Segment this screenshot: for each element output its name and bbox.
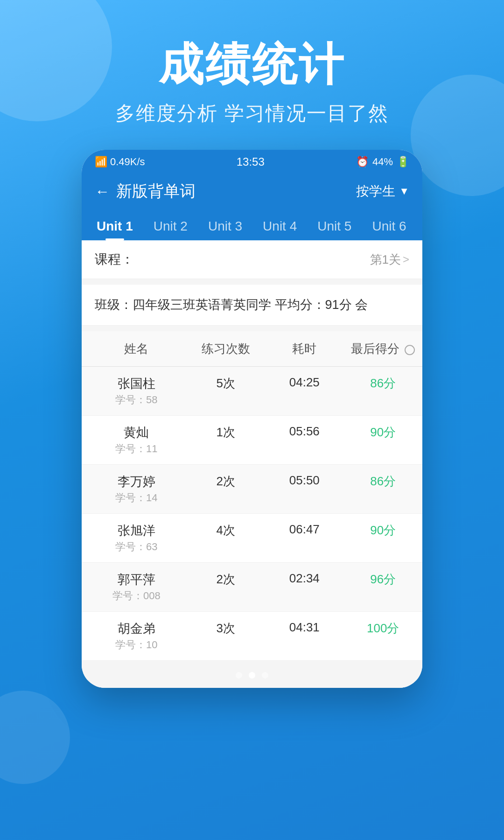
header-area: 成绩统计 多维度分析 学习情况一目了然 bbox=[0, 0, 504, 126]
student-name: 张旭洋 bbox=[118, 522, 155, 539]
sub-title: 多维度分析 学习情况一目了然 bbox=[0, 100, 504, 126]
class-info-text: 班级：四年级三班英语菁英同学 平均分：91分 会 bbox=[95, 295, 409, 315]
table-header: 姓名 练习次数 耗时 最后得分 bbox=[82, 331, 422, 367]
student-id: 学号：63 bbox=[115, 540, 157, 554]
filter-label: 按学生 bbox=[356, 182, 395, 200]
course-row[interactable]: 课程： 第1关 > bbox=[82, 240, 422, 279]
student-name: 李万婷 bbox=[118, 473, 155, 490]
status-right: ⏰ 44% 🔋 bbox=[356, 156, 409, 168]
student-name-cell: 张旭洋 学号：63 bbox=[82, 514, 187, 562]
table-row: 郭平萍 学号：008 2次 02:34 96分 bbox=[82, 563, 422, 612]
time-spent: 04:25 bbox=[265, 367, 343, 415]
unit-tab-5[interactable]: Unit 5 bbox=[307, 210, 362, 240]
student-name: 胡金弟 bbox=[118, 620, 155, 637]
pagination bbox=[82, 661, 422, 688]
student-name: 郭平萍 bbox=[118, 571, 155, 588]
unit-tab-4[interactable]: Unit 4 bbox=[252, 210, 307, 240]
student-name-cell: 黄灿 学号：11 bbox=[82, 416, 187, 464]
table-row: 张旭洋 学号：63 4次 06:47 90分 bbox=[82, 514, 422, 563]
course-label: 课程： bbox=[95, 251, 134, 268]
last-score: 96分 bbox=[344, 563, 422, 611]
battery-level: 44% bbox=[372, 156, 393, 168]
alarm-icon: ⏰ bbox=[356, 156, 369, 168]
class-info: 班级：四年级三班英语菁英同学 平均分：91分 会 bbox=[82, 285, 422, 326]
unit-tab-6[interactable]: Unit 6 bbox=[362, 210, 416, 240]
time-spent: 04:31 bbox=[265, 612, 343, 660]
student-id: 学号：10 bbox=[115, 638, 157, 652]
th-practice: 练习次数 bbox=[187, 331, 265, 366]
student-name: 张国柱 bbox=[118, 375, 155, 392]
student-id: 学号：14 bbox=[115, 491, 157, 505]
content-area: 课程： 第1关 > 班级：四年级三班英语菁英同学 平均分：91分 会 姓名 练习… bbox=[82, 240, 422, 688]
pagination-dot-2[interactable] bbox=[249, 672, 255, 679]
app-header-left: ← 新版背单词 bbox=[95, 181, 196, 202]
student-name-cell: 胡金弟 学号：10 bbox=[82, 612, 187, 660]
bg-decoration-bl bbox=[0, 691, 70, 784]
table-row: 黄灿 学号：11 1次 05:56 90分 bbox=[82, 416, 422, 465]
practice-count: 4次 bbox=[187, 514, 265, 562]
app-header-right[interactable]: 按学生 ▼ bbox=[356, 182, 409, 200]
app-title: 新版背单词 bbox=[116, 181, 196, 202]
practice-count: 3次 bbox=[187, 612, 265, 660]
last-score: 90分 bbox=[344, 416, 422, 464]
course-nav-arrow-icon: > bbox=[403, 253, 409, 266]
pagination-dot-1[interactable] bbox=[236, 672, 242, 679]
unit-tab-1[interactable]: Unit 1 bbox=[86, 210, 143, 240]
student-name-cell: 张国柱 学号：58 bbox=[82, 367, 187, 415]
course-nav[interactable]: 第1关 > bbox=[370, 252, 409, 268]
dropdown-arrow-icon: ▼ bbox=[399, 185, 409, 197]
app-header: ← 新版背单词 按学生 ▼ bbox=[82, 172, 422, 210]
practice-count: 2次 bbox=[187, 563, 265, 611]
unit-tab-2[interactable]: Unit 2 bbox=[143, 210, 198, 240]
main-title: 成绩统计 bbox=[0, 37, 504, 91]
student-id: 学号：58 bbox=[115, 393, 157, 407]
phone-mockup: 📶 0.49K/s 13:53 ⏰ 44% 🔋 ← 新版背单词 按学生 ▼ Un… bbox=[82, 150, 422, 688]
battery-icon: 🔋 bbox=[397, 156, 409, 168]
data-table: 姓名 练习次数 耗时 最后得分 张国柱 学号：58 5次 04:25 86分 bbox=[82, 331, 422, 661]
signal-icon: 📶 bbox=[95, 156, 107, 168]
unit-tabs: Unit 1 Unit 2 Unit 3 Unit 4 Unit 5 Unit … bbox=[82, 210, 422, 240]
student-name: 黄灿 bbox=[124, 424, 149, 441]
table-row: 李万婷 学号：14 2次 05:50 86分 bbox=[82, 465, 422, 514]
practice-count: 1次 bbox=[187, 416, 265, 464]
class-info-line1: 班级：四年级三班英语菁英同学 平均分：91分 bbox=[95, 298, 352, 312]
time-spent: 06:47 bbox=[265, 514, 343, 562]
sort-icon[interactable] bbox=[405, 345, 415, 355]
last-score: 90分 bbox=[344, 514, 422, 562]
last-score: 86分 bbox=[344, 465, 422, 513]
signal-speed: 0.49K/s bbox=[110, 156, 145, 168]
th-time: 耗时 bbox=[265, 331, 343, 366]
unit-tab-3[interactable]: Unit 3 bbox=[198, 210, 252, 240]
last-score: 100分 bbox=[344, 612, 422, 660]
status-left: 📶 0.49K/s bbox=[95, 156, 145, 168]
table-row: 张国柱 学号：58 5次 04:25 86分 bbox=[82, 367, 422, 416]
status-bar: 📶 0.49K/s 13:53 ⏰ 44% 🔋 bbox=[82, 150, 422, 172]
student-id: 学号：11 bbox=[115, 442, 157, 456]
status-time: 13:53 bbox=[237, 155, 265, 168]
student-id: 学号：008 bbox=[112, 589, 161, 603]
practice-count: 2次 bbox=[187, 465, 265, 513]
time-spent: 05:56 bbox=[265, 416, 343, 464]
th-score: 最后得分 bbox=[344, 331, 422, 366]
course-nav-text: 第1关 bbox=[370, 252, 401, 268]
last-score: 86分 bbox=[344, 367, 422, 415]
table-row: 胡金弟 学号：10 3次 04:31 100分 bbox=[82, 612, 422, 661]
practice-count: 5次 bbox=[187, 367, 265, 415]
class-info-line2: 会 bbox=[355, 298, 368, 312]
back-button[interactable]: ← bbox=[95, 183, 110, 200]
pagination-dot-3[interactable] bbox=[262, 672, 268, 679]
time-spent: 02:34 bbox=[265, 563, 343, 611]
student-name-cell: 郭平萍 学号：008 bbox=[82, 563, 187, 611]
th-name: 姓名 bbox=[82, 331, 187, 366]
time-spent: 05:50 bbox=[265, 465, 343, 513]
student-name-cell: 李万婷 学号：14 bbox=[82, 465, 187, 513]
